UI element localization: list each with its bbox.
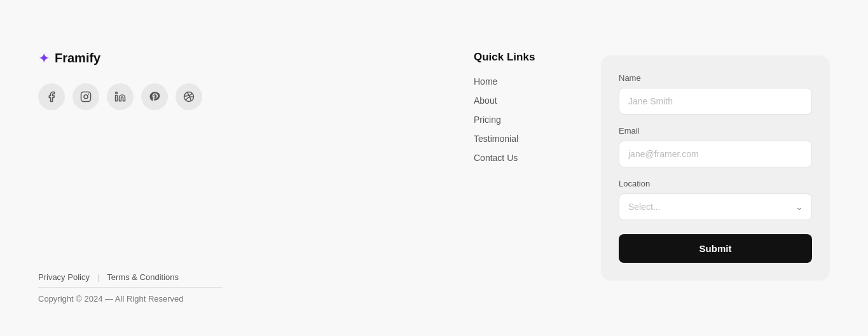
link-divider: | [97,272,99,282]
logo-star-icon: ✦ [38,52,50,66]
svg-point-2 [88,94,89,95]
email-input[interactable] [619,141,812,167]
location-field-group: Location Select... United States United … [619,179,812,220]
nav-link-pricing[interactable]: Pricing [474,115,601,125]
location-select[interactable]: Select... United States United Kingdom C… [619,193,812,220]
linkedin-icon[interactable] [107,83,134,110]
nav-link-testimonial[interactable]: Testimonial [474,134,601,144]
location-label: Location [619,179,812,188]
pinterest-icon[interactable] [141,83,168,110]
contact-form-card: Name Email Location Select... United Sta… [601,55,830,281]
social-icons-row [38,83,474,110]
dribbble-icon[interactable] [176,83,202,110]
email-label: Email [619,126,812,136]
svg-rect-0 [81,92,91,102]
nav-links: Home About Pricing Testimonial Contact U… [474,76,601,163]
nav-link-home[interactable]: Home [474,76,601,87]
name-field-group: Name [619,73,812,115]
svg-rect-3 [116,95,118,101]
name-input[interactable] [619,88,812,115]
location-select-wrapper: Select... United States United Kingdom C… [619,193,812,220]
left-section: ✦ Framify [38,0,474,110]
instagram-icon[interactable] [72,83,99,110]
svg-point-1 [84,95,88,99]
facebook-icon[interactable] [38,83,65,110]
name-label: Name [619,73,812,83]
quick-links-section: Quick Links Home About Pricing Testimoni… [474,0,601,163]
logo-row: ✦ Framify [38,51,474,66]
logo-text: Framify [55,51,100,66]
submit-button[interactable]: Submit [619,234,812,263]
copyright-text: Copyright © 2024 — All Right Reserved [38,294,184,304]
email-field-group: Email [619,126,812,167]
legal-links-row: Privacy Policy | Terms & Conditions [38,272,223,282]
svg-point-4 [116,92,118,94]
bottom-links: Privacy Policy | Terms & Conditions Copy… [38,272,223,304]
privacy-policy-link[interactable]: Privacy Policy [38,272,90,282]
terms-conditions-link[interactable]: Terms & Conditions [107,272,179,282]
nav-link-about[interactable]: About [474,95,601,106]
horizontal-divider [38,287,223,288]
nav-link-contact[interactable]: Contact Us [474,153,601,163]
quick-links-title: Quick Links [474,51,601,64]
footer: ✦ Framify [0,0,868,336]
